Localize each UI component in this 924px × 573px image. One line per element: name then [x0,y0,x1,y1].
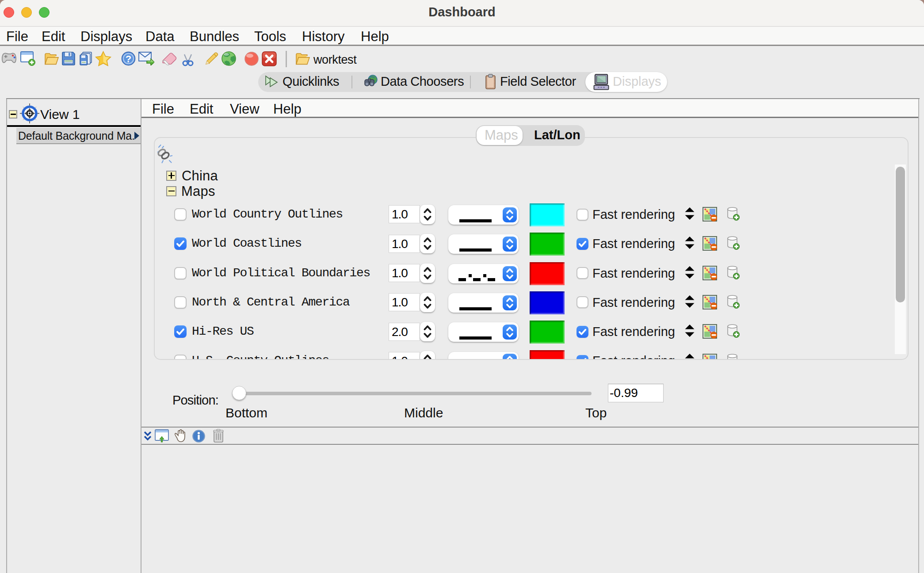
svg-text:?: ? [126,53,131,65]
